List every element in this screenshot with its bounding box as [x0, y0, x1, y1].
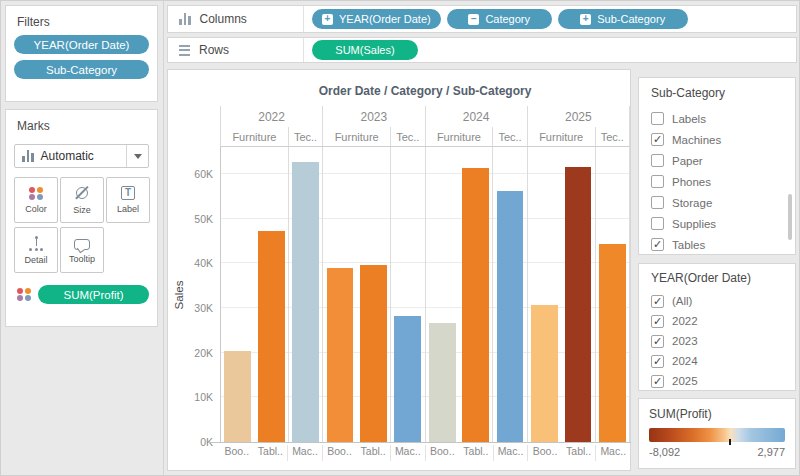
year-filter-item[interactable]: 2024 — [651, 351, 787, 371]
category-header: Furniture — [221, 127, 288, 146]
year-filter-item[interactable]: 2022 — [651, 311, 787, 331]
subcategory-filter-item[interactable]: Supplies — [651, 213, 787, 234]
filters-title: Filters — [17, 15, 149, 29]
pane — [595, 147, 629, 442]
y-tick-label: 40K — [194, 257, 213, 269]
bar-mark[interactable] — [224, 351, 251, 442]
columns-pill[interactable]: −Category — [447, 9, 552, 29]
x-label-group: Boo..Tabl.. — [220, 445, 287, 461]
bar-mark[interactable] — [292, 162, 319, 442]
checkbox[interactable] — [651, 335, 664, 348]
checkbox-label: (All) — [672, 295, 692, 307]
x-axis-label: Mac.. — [288, 445, 322, 461]
bar-mark[interactable] — [360, 265, 387, 442]
pane — [527, 147, 595, 442]
columns-pill[interactable]: +YEAR(Order Date) — [312, 9, 441, 29]
bar-mark[interactable] — [327, 268, 354, 442]
filters-pill-list: YEAR(Order Date)Sub-Category — [14, 35, 149, 79]
chart-card: Order Date / Category / Sub-Category 202… — [167, 69, 631, 471]
filter-pill[interactable]: YEAR(Order Date) — [14, 35, 149, 54]
checkbox[interactable] — [651, 238, 664, 251]
year-filter-item[interactable]: 2023 — [651, 331, 787, 351]
caret-down-icon — [134, 154, 142, 159]
category-header: Tec.. — [390, 127, 424, 146]
subcategory-filter-item[interactable]: Tables — [651, 234, 787, 255]
bar-mark[interactable] — [429, 323, 456, 442]
bar-mark[interactable] — [394, 316, 421, 442]
checkbox-label: Storage — [672, 197, 712, 209]
mark-type-value: Automatic — [41, 149, 127, 163]
marks-button-label: Color — [25, 204, 47, 214]
marks-button-color[interactable]: Color — [14, 177, 58, 223]
x-axis-labels: Boo..Tabl..Mac..Boo..Tabl..Mac..Boo..Tab… — [220, 445, 630, 461]
checkbox[interactable] — [651, 355, 664, 368]
pane — [322, 147, 390, 442]
checkbox[interactable] — [651, 375, 664, 388]
expand-toggle-icon[interactable]: + — [322, 14, 333, 25]
checkbox-label: Machines — [672, 134, 721, 146]
x-axis-label: Boo.. — [426, 445, 460, 461]
subcategory-filter-item[interactable]: Paper — [651, 150, 787, 171]
x-axis-label: Boo.. — [323, 445, 357, 461]
subcategory-filter-item[interactable]: Labels — [651, 108, 787, 129]
x-label-group: Boo..Tabl.. — [425, 445, 493, 461]
bar-mark[interactable] — [497, 191, 524, 442]
columns-label-text: Columns — [200, 12, 247, 26]
checkbox-label: 2024 — [672, 355, 698, 367]
y-tick-label: 60K — [194, 168, 213, 180]
marks-button-grid: ColorSizeLabelDetailTooltip — [14, 177, 151, 273]
subcategory-filter-item[interactable]: Storage — [651, 192, 787, 213]
year-filter-item[interactable]: 2025 — [651, 371, 787, 391]
checkbox[interactable] — [651, 315, 664, 328]
marks-button-detail[interactable]: Detail — [14, 227, 58, 273]
bar-mark[interactable] — [462, 168, 489, 442]
rows-pill[interactable]: SUM(Sales) — [312, 40, 418, 60]
checkbox-label: 2025 — [672, 375, 698, 387]
profit-legend-range: -8,092 2,977 — [649, 446, 785, 458]
subcategory-filter-item[interactable]: Phones — [651, 171, 787, 192]
x-label-group: Mac.. — [595, 445, 630, 461]
year-header: 2024 — [425, 106, 527, 127]
x-label-group: Mac.. — [390, 445, 425, 461]
marks-button-tooltip[interactable]: Tooltip — [60, 227, 104, 273]
profit-color-gradient — [649, 428, 785, 442]
checkbox[interactable] — [651, 295, 664, 308]
checkbox[interactable] — [651, 112, 664, 125]
bar-mark[interactable] — [599, 244, 626, 442]
marks-button-label: Detail — [24, 255, 47, 265]
bar-mark[interactable] — [565, 167, 592, 442]
columns-pill-label: YEAR(Order Date) — [339, 13, 431, 25]
mark-type-dropdown[interactable]: Automatic — [14, 144, 149, 168]
subcategory-filter-card: Sub-Category LabelsMachinesPaperPhonesSt… — [638, 77, 796, 255]
filter-pill[interactable]: Sub-Category — [14, 60, 149, 79]
plot-area — [220, 147, 630, 442]
subcategory-filter-item[interactable]: Machines — [651, 129, 787, 150]
columns-pill[interactable]: +Sub-Category — [558, 9, 688, 29]
checkbox[interactable] — [651, 217, 664, 230]
category-header: Tec.. — [492, 127, 526, 146]
year-filter-item[interactable]: (All) — [651, 291, 787, 311]
profit-legend-card: SUM(Profit) -8,092 2,977 — [638, 398, 796, 469]
checkbox[interactable] — [651, 196, 664, 209]
color-dots-icon — [17, 288, 32, 302]
label-icon — [121, 186, 135, 200]
year-filter-title: YEAR(Order Date) — [651, 271, 787, 285]
expand-toggle-icon[interactable]: + — [580, 14, 591, 25]
checkbox-label: Labels — [672, 113, 706, 125]
checkbox[interactable] — [651, 154, 664, 167]
rows-shelf: Rows SUM(Sales) — [167, 37, 797, 63]
bar-mark[interactable] — [531, 305, 558, 442]
scrollbar-thumb[interactable] — [788, 194, 792, 240]
bar-mark[interactable] — [258, 231, 285, 442]
marks-button-label[interactable]: Label — [106, 177, 150, 223]
expand-toggle-icon[interactable]: − — [468, 14, 479, 25]
profit-encoding-pill[interactable]: SUM(Profit) — [38, 285, 149, 304]
checkbox[interactable] — [651, 133, 664, 146]
marks-button-size[interactable]: Size — [60, 177, 104, 223]
columns-icon — [179, 13, 191, 25]
y-tick-label: 50K — [194, 213, 213, 225]
zero-tick-mark — [729, 439, 731, 445]
mark-type-dropdown-button[interactable] — [126, 145, 148, 167]
checkbox[interactable] — [651, 175, 664, 188]
x-label-group: Boo..Tabl.. — [322, 445, 390, 461]
